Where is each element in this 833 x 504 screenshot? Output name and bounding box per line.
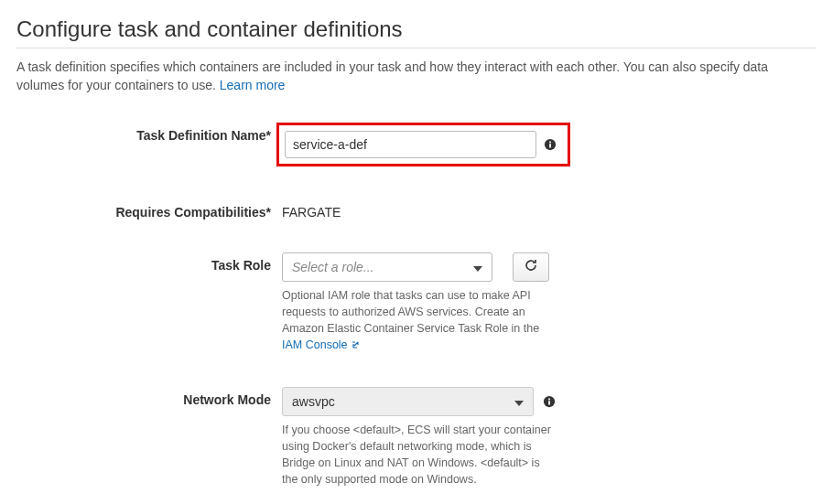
label-network-mode: Network Mode (16, 387, 282, 407)
row-requires-compatibilities: Requires Compatibilities* FARGATE (16, 199, 817, 220)
task-role-help: Optional IAM role that tasks can use to … (282, 287, 557, 355)
refresh-icon (524, 258, 538, 275)
refresh-button[interactable] (513, 252, 549, 282)
caret-down-icon (514, 394, 524, 409)
page-title: Configure task and container definitions (16, 16, 817, 42)
info-icon[interactable] (544, 138, 557, 151)
label-task-role: Task Role (16, 252, 282, 273)
task-definition-name-input[interactable] (285, 131, 536, 158)
divider (16, 48, 817, 48)
row-network-mode: Network Mode awsvpc If you choose <defau… (16, 387, 817, 488)
row-task-definition-name: Task Definition Name* (16, 123, 817, 166)
task-role-select[interactable]: Select a role... (282, 252, 492, 282)
svg-rect-1 (549, 144, 551, 147)
network-mode-help: If you choose <default>, ECS will start … (282, 422, 557, 488)
task-role-help-text: Optional IAM role that tasks can use to … (282, 289, 539, 335)
iam-console-link[interactable]: IAM Console (282, 338, 360, 351)
svg-rect-2 (549, 141, 551, 143)
page-description: A task definition specifies which contai… (16, 58, 795, 95)
svg-rect-4 (548, 401, 550, 404)
row-task-role: Task Role Select a role... Optional IAM … (16, 252, 817, 355)
description-text: A task definition specifies which contai… (16, 59, 768, 92)
info-icon[interactable] (543, 395, 556, 408)
svg-rect-5 (548, 399, 550, 401)
learn-more-link[interactable]: Learn more (220, 78, 286, 92)
label-task-definition-name: Task Definition Name* (16, 123, 282, 143)
network-mode-select[interactable]: awsvpc (282, 387, 534, 416)
network-mode-value: awsvpc (292, 394, 335, 409)
requires-compatibilities-value: FARGATE (282, 199, 593, 220)
label-requires-compatibilities: Requires Compatibilities* (16, 199, 282, 220)
task-role-placeholder: Select a role... (292, 260, 374, 274)
caret-down-icon (473, 260, 482, 274)
highlight-box (276, 123, 570, 166)
external-link-icon (351, 338, 360, 354)
